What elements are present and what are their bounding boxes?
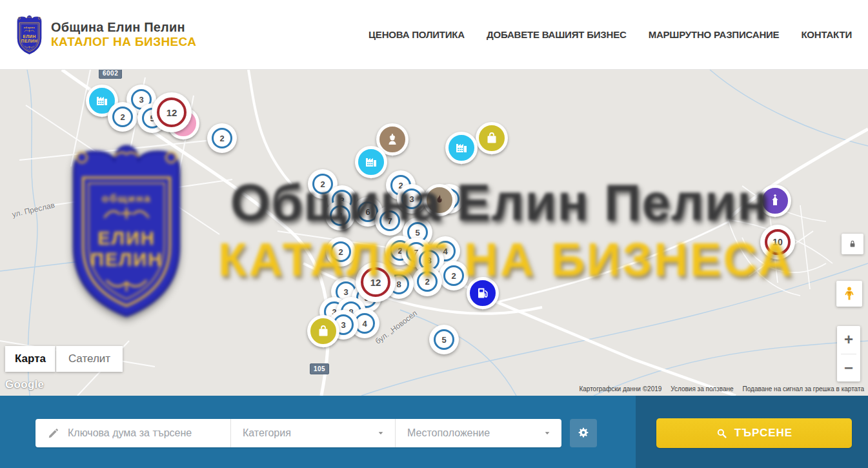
attribution-report-link[interactable]: Подаване на сигнал за грешка в картата (743, 385, 864, 392)
brand-logo-link[interactable]: община ЕЛИН ПЕЛИН Община Елин Пелин КАТА… (14, 9, 196, 61)
municipality-crest-logo: община ЕЛИН ПЕЛИН (14, 9, 45, 61)
main-nav: ЦЕНОВА ПОЛИТИКА ДОБАВЕТЕ ВАШИЯТ БИЗНЕС М… (368, 29, 852, 40)
poi-marker-factory[interactable] (445, 132, 478, 164)
search-icon (716, 427, 728, 440)
poi-marker-bag[interactable] (476, 122, 508, 154)
category-dropdown[interactable]: Категория (230, 419, 395, 447)
svg-text:ЕЛИН: ЕЛИН (23, 34, 35, 38)
lock-icon (847, 238, 858, 250)
cluster-marker[interactable]: 2 (108, 102, 137, 132)
pencil-icon (47, 427, 60, 440)
svg-text:ПЕЛИН: ПЕЛИН (90, 249, 163, 270)
site-title: Община Елин Пелин (51, 20, 196, 35)
attribution-terms-link[interactable]: Условия за ползване (671, 385, 733, 392)
category-dropdown-label: Категория (243, 427, 291, 439)
map-canvas[interactable]: ул. Преслав бул. „Новосел 6002 105 32512… (0, 70, 868, 396)
map-type-satellite-button[interactable]: Сателит (56, 346, 123, 372)
zoom-in-button[interactable]: + (837, 326, 860, 354)
pegman-icon (841, 285, 858, 302)
watermark-crest: община ЕЛИН ПЕЛИН (55, 137, 198, 325)
map-type-switcher: Карта Сателит (5, 346, 123, 372)
watermark-title: Община Елин Пелин (218, 173, 781, 232)
map-attribution: Картографски данни ©2019 Условия за полз… (579, 385, 864, 392)
map-lock-button[interactable] (842, 234, 863, 254)
street-view-pegman-button[interactable] (836, 281, 862, 307)
chevron-down-icon (376, 428, 386, 438)
search-bar: Категория Местоположение ТЪРСЕНЕ (0, 396, 868, 468)
svg-text:община: община (102, 192, 152, 205)
map-type-map-button[interactable]: Карта (5, 346, 56, 372)
google-logo[interactable]: Google (5, 378, 44, 391)
nav-route-schedule[interactable]: МАРШРУТНО РАЗПИСАНИЕ (649, 29, 780, 40)
svg-text:ЕЛИН: ЕЛИН (97, 227, 155, 249)
site-subtitle: КАТАЛОГ НА БИЗНЕСА (51, 35, 196, 49)
location-dropdown[interactable]: Местоположение (395, 419, 561, 447)
zoom-control: + − (837, 326, 860, 382)
svg-text:община: община (24, 25, 35, 28)
nav-pricing-policy[interactable]: ЦЕНОВА ПОЛИТИКА (368, 29, 465, 40)
location-dropdown-label: Местоположение (407, 427, 490, 439)
chevron-down-icon (542, 428, 552, 438)
cluster-marker[interactable]: 12 (152, 92, 192, 132)
zoom-out-button[interactable]: − (837, 354, 860, 382)
poi-marker-bag[interactable] (307, 315, 339, 347)
search-button-label: ТЪРСЕНЕ (734, 427, 792, 440)
cluster-marker[interactable]: 2 (207, 123, 237, 153)
search-filters: Категория Местоположение (35, 419, 561, 447)
keyword-field-wrap (35, 419, 230, 447)
header: община ЕЛИН ПЕЛИН Община Елин Пелин КАТА… (0, 0, 868, 70)
attribution-copyright: Картографски данни ©2019 (579, 385, 661, 392)
search-submit-button[interactable]: ТЪРСЕНЕ (656, 418, 852, 448)
keyword-search-input[interactable] (68, 427, 223, 439)
watermark-subtitle: КАТАЛОГ НА БИЗНЕСА (218, 232, 772, 286)
cluster-marker[interactable]: 5 (429, 325, 459, 354)
nav-add-your-business[interactable]: ДОБАВЕТЕ ВАШИЯТ БИЗНЕС (487, 29, 627, 40)
gear-icon (576, 426, 590, 440)
advanced-settings-button[interactable] (570, 419, 597, 447)
svg-text:ПЕЛИН: ПЕЛИН (21, 39, 37, 43)
nav-contacts[interactable]: КОНТАКТИ (801, 29, 852, 40)
